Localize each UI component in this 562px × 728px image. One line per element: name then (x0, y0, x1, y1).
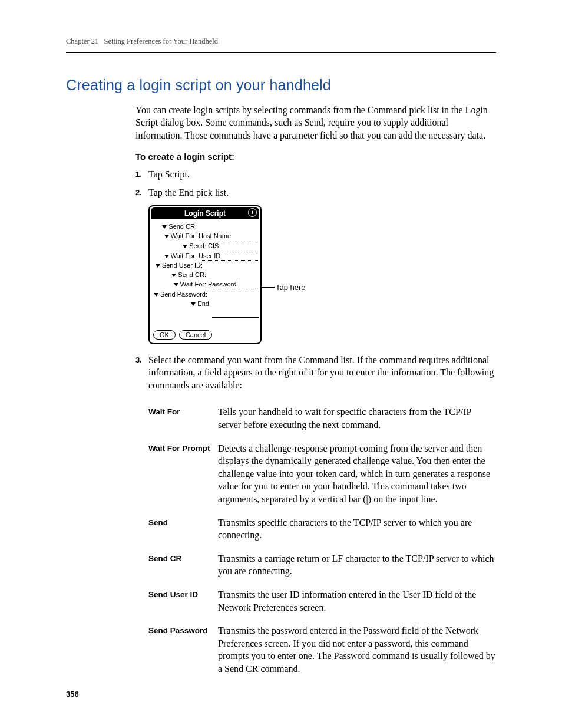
picklist-wait-for[interactable]: Wait For: (152, 252, 199, 261)
command-desc: Transmits the user ID information entere… (218, 588, 496, 614)
running-header: Chapter 21 Setting Preferences for Your … (66, 37, 496, 53)
picklist-end[interactable]: End: (152, 299, 213, 308)
row-value-input[interactable]: Host Name (199, 232, 258, 241)
figure: Login Script i Send CR: Wait For: Host N… (148, 205, 496, 344)
step-body: Select the command you want from the Com… (148, 354, 496, 392)
row-label: Send User ID: (162, 261, 203, 270)
callout-line (260, 287, 275, 288)
script-row: Wait For: Password (152, 280, 258, 289)
command-name: Send (148, 516, 218, 542)
script-row: Send Password: (152, 290, 258, 299)
command-name: Send Password (148, 624, 218, 675)
chapter-number: Chapter 21 (66, 37, 98, 45)
procedure-heading: To create a login script: (135, 151, 496, 163)
row-label: Send: (189, 242, 206, 251)
dropdown-icon (191, 302, 196, 306)
command-row: Wait For Prompt Detects a challenge-resp… (148, 442, 496, 506)
row-label: Send Password: (160, 290, 207, 299)
command-row: Send User ID Transmits the user ID infor… (148, 588, 496, 614)
cancel-button[interactable]: Cancel (179, 330, 212, 340)
picklist-send-cr[interactable]: Send CR: (152, 222, 199, 231)
step-body: Tap the End pick list. (148, 186, 496, 199)
picklist-send-cr[interactable]: Send CR: (152, 271, 208, 279)
command-name: Send User ID (148, 588, 218, 614)
dialog-buttons: OK Cancel (151, 328, 259, 341)
callout-text: Tap here (275, 282, 306, 293)
command-row: Send CR Transmits a carriage return or L… (148, 552, 496, 578)
row-label: Wait For: (171, 232, 197, 241)
command-desc: Transmits the password entered in the Pa… (218, 624, 496, 675)
command-name: Wait For (148, 406, 218, 431)
script-row: Send User ID: (152, 261, 258, 270)
picklist-send-user-id[interactable]: Send User ID: (152, 261, 204, 270)
dropdown-icon (162, 225, 167, 229)
script-row: Send CR: (152, 271, 258, 279)
dialog-body: Send CR: Wait For: Host Name Send: CIS W… (151, 219, 259, 328)
row-label: Wait For: (180, 280, 206, 289)
command-desc: Detects a challenge-response prompt comi… (218, 442, 496, 506)
command-row: Send Transmits specific characters to th… (148, 516, 496, 542)
script-row: Wait For: Host Name (152, 232, 258, 241)
content: You can create login scripts by selectin… (135, 104, 496, 676)
command-name: Wait For Prompt (148, 442, 218, 506)
dropdown-icon (174, 283, 178, 286)
page: Chapter 21 Setting Preferences for Your … (0, 0, 562, 728)
command-desc: Transmits a carriage return or LF charac… (218, 552, 496, 578)
script-row: Send: CIS (152, 242, 258, 251)
command-row: Wait For Tells your handheld to wait for… (148, 406, 496, 431)
row-value-input[interactable]: Password (208, 280, 258, 289)
row-value-input[interactable]: User ID (199, 252, 258, 261)
dropdown-icon (156, 264, 160, 268)
dropdown-icon (171, 274, 176, 277)
command-desc: Transmits specific characters to the TCP… (218, 516, 496, 542)
steps-list-cont: 3. Select the command you want from the … (135, 354, 496, 392)
picklist-send[interactable]: Send: (152, 242, 208, 251)
intro-paragraph: You can create login scripts by selectin… (135, 104, 496, 142)
dialog-titlebar: Login Script i (151, 207, 259, 219)
login-script-dialog: Login Script i Send CR: Wait For: Host N… (148, 205, 262, 344)
page-number: 356 (66, 689, 79, 700)
info-icon[interactable]: i (248, 208, 257, 217)
step-2: 2. Tap the End pick list. (135, 186, 496, 199)
command-desc: Tells your handheld to wait for specific… (218, 406, 496, 431)
script-row: Wait For: User ID (152, 252, 258, 261)
step-1: 1. Tap Script. (135, 168, 496, 181)
dropdown-icon (164, 235, 169, 238)
row-label: Send CR: (178, 271, 206, 279)
end-callout-line (152, 309, 258, 327)
dialog-title: Login Script (184, 209, 226, 218)
picklist-send-password[interactable]: Send Password: (152, 290, 209, 299)
step-body: Tap Script. (148, 168, 496, 181)
row-value-input[interactable]: CIS (208, 242, 258, 251)
command-table: Wait For Tells your handheld to wait for… (148, 406, 496, 675)
row-label: End: (197, 299, 211, 308)
picklist-wait-for[interactable]: Wait For: (152, 232, 199, 241)
dropdown-icon (183, 245, 187, 248)
command-row: Send Password Transmits the password ent… (148, 624, 496, 675)
row-label: Wait For: (171, 252, 197, 261)
step-number: 1. (135, 168, 148, 181)
step-number: 3. (135, 354, 148, 392)
row-label: Send CR: (168, 222, 197, 231)
dropdown-icon (164, 255, 169, 258)
figure-callout: Tap here (260, 282, 306, 293)
step-3: 3. Select the command you want from the … (135, 354, 496, 392)
section-title: Creating a login script on your handheld (66, 75, 496, 95)
dropdown-icon (154, 293, 158, 297)
chapter-title: Setting Preferences for Your Handheld (104, 37, 218, 45)
picklist-wait-for[interactable]: Wait For: (152, 280, 208, 289)
command-name: Send CR (148, 552, 218, 578)
step-number: 2. (135, 186, 148, 199)
script-row: End: (152, 299, 258, 308)
steps-list: 1. Tap Script. 2. Tap the End pick list. (135, 168, 496, 199)
ok-button[interactable]: OK (153, 330, 176, 340)
script-row: Send CR: (152, 222, 258, 231)
